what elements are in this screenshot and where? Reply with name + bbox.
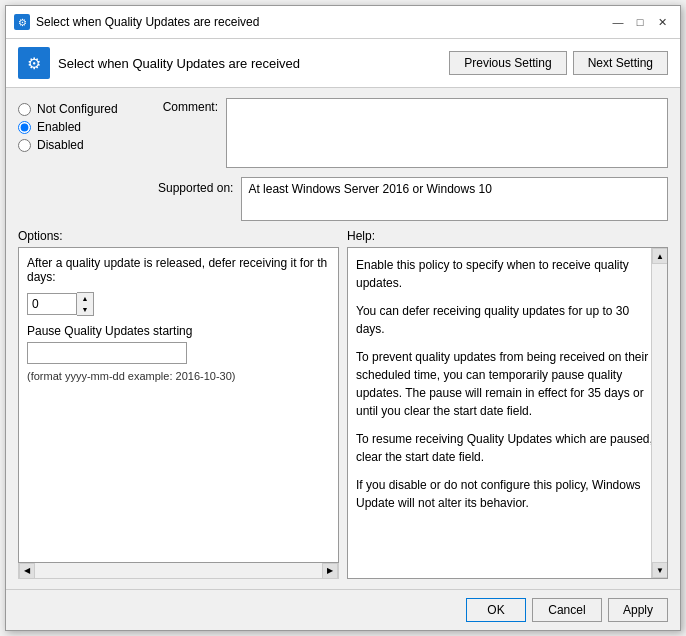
maximize-button[interactable]: □ bbox=[630, 12, 650, 32]
help-panel: Help: Enable this policy to specify when… bbox=[347, 229, 668, 579]
dialog-icon: ⚙ bbox=[14, 14, 30, 30]
spinner-up-button[interactable]: ▲ bbox=[77, 293, 93, 304]
help-content: Enable this policy to specify when to re… bbox=[347, 247, 668, 579]
options-content: After a quality update is released, defe… bbox=[18, 247, 339, 563]
title-text: Select when Quality Updates are received bbox=[36, 15, 259, 29]
not-configured-label[interactable]: Not Configured bbox=[37, 102, 118, 116]
scroll-right-button[interactable]: ▶ bbox=[322, 563, 338, 579]
not-configured-radio[interactable] bbox=[18, 103, 31, 116]
help-scrollbar[interactable]: ▲ ▼ bbox=[651, 248, 667, 578]
horizontal-scrollbar: ◀ ▶ bbox=[18, 563, 339, 579]
spinner-buttons: ▲ ▼ bbox=[77, 292, 94, 316]
header-icon: ⚙ bbox=[18, 47, 50, 79]
enabled-label[interactable]: Enabled bbox=[37, 120, 81, 134]
main-panels: Options: After a quality update is relea… bbox=[18, 229, 668, 579]
header-buttons: Previous Setting Next Setting bbox=[449, 51, 668, 75]
header-section: ⚙ Select when Quality Updates are receiv… bbox=[6, 39, 680, 88]
ok-button[interactable]: OK bbox=[466, 598, 526, 622]
header-left: ⚙ Select when Quality Updates are receiv… bbox=[18, 47, 300, 79]
comment-label: Comment: bbox=[158, 98, 218, 169]
options-panel: Options: After a quality update is relea… bbox=[18, 229, 339, 579]
top-form-area: Not Configured Enabled Disabled Comment: bbox=[18, 98, 668, 221]
pause-label: Pause Quality Updates starting bbox=[27, 324, 330, 338]
disabled-label[interactable]: Disabled bbox=[37, 138, 84, 152]
radio-enabled-row: Enabled bbox=[18, 120, 148, 134]
format-hint: (format yyyy-mm-dd example: 2016-10-30) bbox=[27, 370, 330, 382]
close-button[interactable]: ✕ bbox=[652, 12, 672, 32]
defer-days-input[interactable] bbox=[27, 293, 77, 315]
supported-text: At least Windows Server 2016 or Windows … bbox=[248, 182, 491, 196]
content-area: Not Configured Enabled Disabled Comment: bbox=[6, 88, 680, 589]
spinner-down-button[interactable]: ▼ bbox=[77, 304, 93, 315]
footer: OK Cancel Apply bbox=[6, 589, 680, 630]
options-content-inner: After a quality update is released, defe… bbox=[27, 256, 330, 554]
radio-not-configured-row: Not Configured bbox=[18, 102, 148, 116]
dialog: ⚙ Select when Quality Updates are receiv… bbox=[5, 5, 681, 631]
radio-section: Not Configured Enabled Disabled bbox=[18, 98, 148, 221]
supported-value: At least Windows Server 2016 or Windows … bbox=[241, 177, 668, 221]
scroll-up-button[interactable]: ▲ bbox=[652, 248, 668, 264]
header-title: Select when Quality Updates are received bbox=[58, 56, 300, 71]
supported-label: Supported on: bbox=[158, 177, 233, 219]
options-label: Options: bbox=[18, 229, 339, 243]
help-content-inner: Enable this policy to specify when to re… bbox=[356, 256, 659, 570]
scroll-track[interactable] bbox=[35, 563, 322, 578]
scroll-down-button[interactable]: ▼ bbox=[652, 562, 668, 578]
scroll-left-button[interactable]: ◀ bbox=[19, 563, 35, 579]
cancel-button[interactable]: Cancel bbox=[532, 598, 602, 622]
defer-text: After a quality update is released, defe… bbox=[27, 256, 330, 284]
title-bar-left: ⚙ Select when Quality Updates are receiv… bbox=[14, 14, 259, 30]
disabled-radio[interactable] bbox=[18, 139, 31, 152]
spinner-row: ▲ ▼ bbox=[27, 292, 330, 316]
next-setting-button[interactable]: Next Setting bbox=[573, 51, 668, 75]
radio-disabled-row: Disabled bbox=[18, 138, 148, 152]
minimize-button[interactable]: — bbox=[608, 12, 628, 32]
pause-date-input[interactable] bbox=[27, 342, 187, 364]
top-form-fields: Comment: Supported on: At least Windows … bbox=[158, 98, 668, 221]
apply-button[interactable]: Apply bbox=[608, 598, 668, 622]
title-bar: ⚙ Select when Quality Updates are receiv… bbox=[6, 6, 680, 39]
previous-setting-button[interactable]: Previous Setting bbox=[449, 51, 566, 75]
title-controls: — □ ✕ bbox=[608, 12, 672, 32]
enabled-radio[interactable] bbox=[18, 121, 31, 134]
comment-textarea[interactable] bbox=[226, 98, 668, 168]
help-label: Help: bbox=[347, 229, 668, 243]
